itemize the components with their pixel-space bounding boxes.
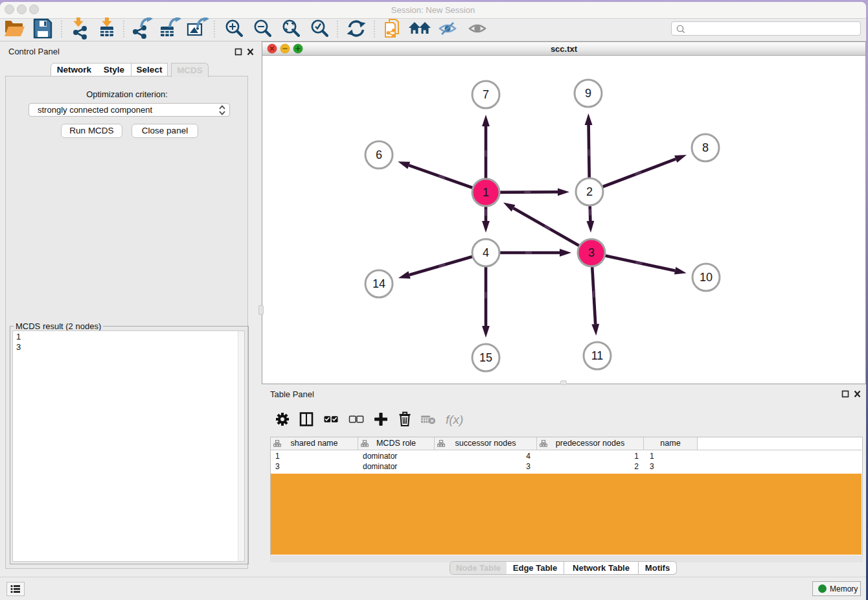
svg-text:f(x): f(x): [446, 413, 463, 426]
svg-text:3: 3: [588, 246, 595, 259]
svg-text:6: 6: [376, 148, 382, 161]
svg-text:14: 14: [372, 277, 385, 290]
svg-text:15: 15: [479, 351, 492, 364]
svg-text:2: 2: [586, 185, 593, 198]
svg-text:1: 1: [483, 186, 489, 199]
svg-text:4: 4: [483, 246, 489, 259]
svg-text:8: 8: [702, 141, 709, 154]
svg-text:7: 7: [483, 88, 489, 101]
svg-text:11: 11: [591, 349, 604, 362]
svg-text:9: 9: [585, 87, 591, 100]
svg-text:10: 10: [700, 271, 713, 284]
